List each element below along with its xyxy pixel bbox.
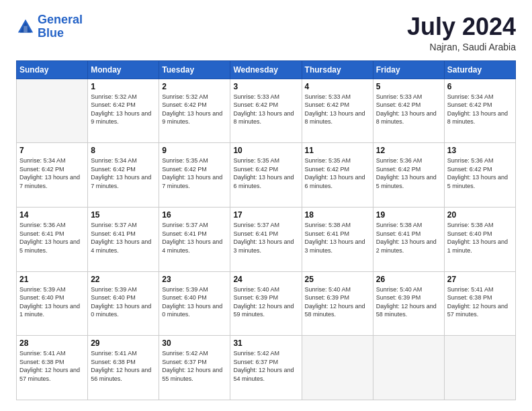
- day-number: 2: [162, 82, 227, 91]
- day-info: Sunrise: 5:35 AM Sunset: 6:42 PM Dayligh…: [305, 156, 370, 190]
- calendar-cell: 15Sunrise: 5:37 AM Sunset: 6:41 PM Dayli…: [88, 207, 159, 271]
- day-number: 21: [19, 275, 85, 284]
- day-info: Sunrise: 5:34 AM Sunset: 6:42 PM Dayligh…: [447, 93, 513, 126]
- day-number: 27: [447, 275, 513, 284]
- day-info: Sunrise: 5:34 AM Sunset: 6:42 PM Dayligh…: [19, 156, 85, 190]
- calendar-cell: 10Sunrise: 5:35 AM Sunset: 6:42 PM Dayli…: [230, 143, 302, 208]
- day-header-friday: Friday: [373, 60, 444, 79]
- day-info: Sunrise: 5:35 AM Sunset: 6:42 PM Dayligh…: [162, 156, 227, 190]
- day-header-monday: Monday: [88, 60, 159, 79]
- calendar-cell: 27Sunrise: 5:41 AM Sunset: 6:38 PM Dayli…: [444, 271, 515, 336]
- day-info: Sunrise: 5:40 AM Sunset: 6:39 PM Dayligh…: [305, 285, 370, 319]
- day-number: 28: [19, 338, 85, 348]
- calendar-cell: [373, 336, 444, 400]
- calendar-cell: 1Sunrise: 5:32 AM Sunset: 6:42 PM Daylig…: [88, 79, 159, 143]
- day-number: 17: [233, 210, 298, 220]
- title-block: July 2024 Najran, Saudi Arabia: [407, 13, 516, 52]
- calendar-cell: 30Sunrise: 5:42 AM Sunset: 6:37 PM Dayli…: [159, 336, 230, 400]
- day-number: 4: [305, 82, 370, 91]
- day-number: 16: [162, 210, 227, 220]
- day-info: Sunrise: 5:37 AM Sunset: 6:41 PM Dayligh…: [91, 221, 156, 255]
- day-info: Sunrise: 5:37 AM Sunset: 6:41 PM Dayligh…: [233, 221, 298, 255]
- day-info: Sunrise: 5:42 AM Sunset: 6:37 PM Dayligh…: [162, 349, 227, 383]
- calendar-cell: [444, 336, 515, 400]
- day-number: 31: [233, 338, 298, 348]
- calendar-cell: 6Sunrise: 5:34 AM Sunset: 6:42 PM Daylig…: [444, 79, 515, 143]
- day-number: 10: [233, 146, 298, 155]
- calendar-cell: 9Sunrise: 5:35 AM Sunset: 6:42 PM Daylig…: [159, 143, 230, 208]
- location: Najran, Saudi Arabia: [407, 42, 516, 52]
- calendar-cell: 28Sunrise: 5:41 AM Sunset: 6:38 PM Dayli…: [17, 336, 88, 400]
- calendar-cell: 14Sunrise: 5:36 AM Sunset: 6:41 PM Dayli…: [17, 207, 88, 271]
- week-row-1: 1Sunrise: 5:32 AM Sunset: 6:42 PM Daylig…: [17, 79, 516, 143]
- day-header-saturday: Saturday: [444, 60, 515, 79]
- day-info: Sunrise: 5:38 AM Sunset: 6:41 PM Dayligh…: [305, 221, 370, 255]
- day-info: Sunrise: 5:33 AM Sunset: 6:42 PM Dayligh…: [305, 93, 370, 126]
- day-number: 24: [233, 275, 298, 284]
- calendar-cell: 31Sunrise: 5:42 AM Sunset: 6:37 PM Dayli…: [230, 336, 302, 400]
- day-header-tuesday: Tuesday: [159, 60, 230, 79]
- calendar-cell: 2Sunrise: 5:32 AM Sunset: 6:42 PM Daylig…: [159, 79, 230, 143]
- day-number: 29: [91, 338, 156, 348]
- calendar-cell: 17Sunrise: 5:37 AM Sunset: 6:41 PM Dayli…: [230, 207, 302, 271]
- day-info: Sunrise: 5:36 AM Sunset: 6:42 PM Dayligh…: [447, 156, 513, 190]
- calendar-cell: 22Sunrise: 5:39 AM Sunset: 6:40 PM Dayli…: [88, 271, 159, 336]
- day-number: 26: [376, 275, 441, 284]
- day-info: Sunrise: 5:38 AM Sunset: 6:41 PM Dayligh…: [376, 221, 441, 255]
- logo-text: General Blue: [38, 13, 83, 40]
- day-info: Sunrise: 5:33 AM Sunset: 6:42 PM Dayligh…: [233, 93, 298, 126]
- calendar-header-row: SundayMondayTuesdayWednesdayThursdayFrid…: [17, 60, 516, 79]
- calendar-cell: 21Sunrise: 5:39 AM Sunset: 6:40 PM Dayli…: [17, 271, 88, 336]
- day-number: 12: [376, 146, 441, 155]
- day-info: Sunrise: 5:40 AM Sunset: 6:39 PM Dayligh…: [376, 285, 441, 319]
- day-info: Sunrise: 5:41 AM Sunset: 6:38 PM Dayligh…: [91, 349, 156, 383]
- day-info: Sunrise: 5:42 AM Sunset: 6:37 PM Dayligh…: [233, 349, 298, 383]
- day-info: Sunrise: 5:39 AM Sunset: 6:40 PM Dayligh…: [91, 285, 156, 319]
- header: General Blue July 2024 Najran, Saudi Ara…: [16, 13, 516, 52]
- calendar-cell: 13Sunrise: 5:36 AM Sunset: 6:42 PM Dayli…: [444, 143, 515, 208]
- day-header-wednesday: Wednesday: [230, 60, 302, 79]
- day-number: 1: [91, 82, 156, 91]
- calendar-cell: 20Sunrise: 5:38 AM Sunset: 6:40 PM Dayli…: [444, 207, 515, 271]
- day-number: 6: [447, 82, 513, 91]
- day-info: Sunrise: 5:35 AM Sunset: 6:42 PM Dayligh…: [233, 156, 298, 190]
- logo-line1: General: [38, 13, 83, 26]
- calendar-cell: 5Sunrise: 5:33 AM Sunset: 6:42 PM Daylig…: [373, 79, 444, 143]
- calendar-cell: 26Sunrise: 5:40 AM Sunset: 6:39 PM Dayli…: [373, 271, 444, 336]
- day-number: 3: [233, 82, 298, 91]
- calendar-cell: 16Sunrise: 5:37 AM Sunset: 6:41 PM Dayli…: [159, 207, 230, 271]
- calendar-cell: 24Sunrise: 5:40 AM Sunset: 6:39 PM Dayli…: [230, 271, 302, 336]
- month-title: July 2024: [407, 13, 516, 40]
- svg-rect-2: [24, 26, 28, 32]
- day-info: Sunrise: 5:38 AM Sunset: 6:40 PM Dayligh…: [447, 221, 513, 255]
- day-info: Sunrise: 5:40 AM Sunset: 6:39 PM Dayligh…: [233, 285, 298, 319]
- calendar-cell: 23Sunrise: 5:39 AM Sunset: 6:40 PM Dayli…: [159, 271, 230, 336]
- day-info: Sunrise: 5:39 AM Sunset: 6:40 PM Dayligh…: [162, 285, 227, 319]
- page: General Blue July 2024 Najran, Saudi Ara…: [0, 0, 532, 411]
- calendar-cell: 29Sunrise: 5:41 AM Sunset: 6:38 PM Dayli…: [88, 336, 159, 400]
- day-header-sunday: Sunday: [17, 60, 88, 79]
- day-number: 25: [305, 275, 370, 284]
- day-header-thursday: Thursday: [302, 60, 373, 79]
- day-number: 20: [447, 210, 513, 220]
- day-info: Sunrise: 5:39 AM Sunset: 6:40 PM Dayligh…: [19, 285, 85, 319]
- week-row-4: 21Sunrise: 5:39 AM Sunset: 6:40 PM Dayli…: [17, 271, 516, 336]
- day-info: Sunrise: 5:41 AM Sunset: 6:38 PM Dayligh…: [19, 349, 85, 383]
- day-info: Sunrise: 5:32 AM Sunset: 6:42 PM Dayligh…: [91, 93, 156, 126]
- week-row-3: 14Sunrise: 5:36 AM Sunset: 6:41 PM Dayli…: [17, 207, 516, 271]
- calendar-cell: 4Sunrise: 5:33 AM Sunset: 6:42 PM Daylig…: [302, 79, 373, 143]
- day-number: 5: [376, 82, 441, 91]
- day-info: Sunrise: 5:32 AM Sunset: 6:42 PM Dayligh…: [162, 93, 227, 126]
- day-number: 11: [305, 146, 370, 155]
- logo: General Blue: [16, 13, 83, 40]
- week-row-5: 28Sunrise: 5:41 AM Sunset: 6:38 PM Dayli…: [17, 336, 516, 400]
- calendar-cell: 8Sunrise: 5:34 AM Sunset: 6:42 PM Daylig…: [88, 143, 159, 208]
- day-number: 8: [91, 146, 156, 155]
- day-number: 13: [447, 146, 513, 155]
- day-number: 23: [162, 275, 227, 284]
- calendar-cell: 7Sunrise: 5:34 AM Sunset: 6:42 PM Daylig…: [17, 143, 88, 208]
- day-number: 18: [305, 210, 370, 220]
- day-number: 30: [162, 338, 227, 348]
- calendar-cell: [17, 79, 88, 143]
- day-number: 22: [91, 275, 156, 284]
